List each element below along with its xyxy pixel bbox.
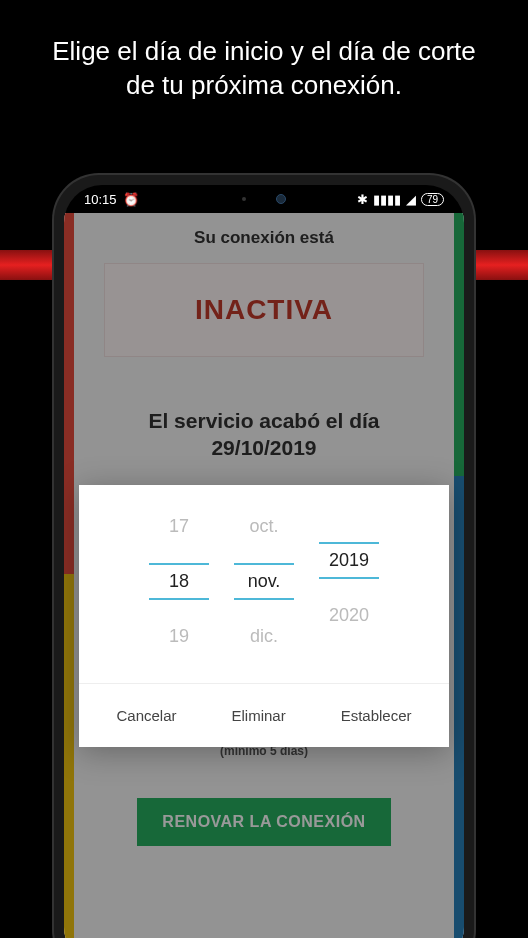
year-next[interactable]: 2020 <box>319 599 379 632</box>
day-column[interactable]: 17 18 19 <box>149 510 209 653</box>
signal-icon: ▮▮▮▮ <box>373 192 401 207</box>
year-prev[interactable] <box>319 510 379 522</box>
month-next[interactable]: dic. <box>234 620 294 653</box>
date-picker-spinner[interactable]: 17 18 19 oct. nov. dic. 2019 2020 <box>79 485 449 683</box>
wifi-icon: ◢ <box>406 192 416 207</box>
battery-indicator: 79 <box>421 193 444 206</box>
phone-screen: 10:15 ⏰ ✱ ▮▮▮▮ ◢ 79 Su conexión está INA… <box>64 185 464 938</box>
status-time: 10:15 <box>84 192 117 207</box>
date-picker-dialog: 17 18 19 oct. nov. dic. 2019 2020 Cancel… <box>79 485 449 747</box>
month-column[interactable]: oct. nov. dic. <box>234 510 294 653</box>
month-current[interactable]: nov. <box>234 563 294 600</box>
cancel-button[interactable]: Cancelar <box>106 702 186 729</box>
day-current[interactable]: 18 <box>149 563 209 600</box>
delete-button[interactable]: Eliminar <box>221 702 295 729</box>
phone-frame: 10:15 ⏰ ✱ ▮▮▮▮ ◢ 79 Su conexión está INA… <box>54 175 474 938</box>
dialog-actions: Cancelar Eliminar Establecer <box>79 683 449 747</box>
month-prev[interactable]: oct. <box>234 510 294 543</box>
year-column[interactable]: 2019 2020 <box>319 510 379 653</box>
day-prev[interactable]: 17 <box>149 510 209 543</box>
bluetooth-icon: ✱ <box>357 192 368 207</box>
phone-notch <box>199 185 329 213</box>
set-button[interactable]: Establecer <box>331 702 422 729</box>
alarm-icon: ⏰ <box>123 192 139 207</box>
day-next[interactable]: 19 <box>149 620 209 653</box>
instruction-text: Elige el día de inicio y el día de corte… <box>0 0 528 123</box>
year-current[interactable]: 2019 <box>319 542 379 579</box>
